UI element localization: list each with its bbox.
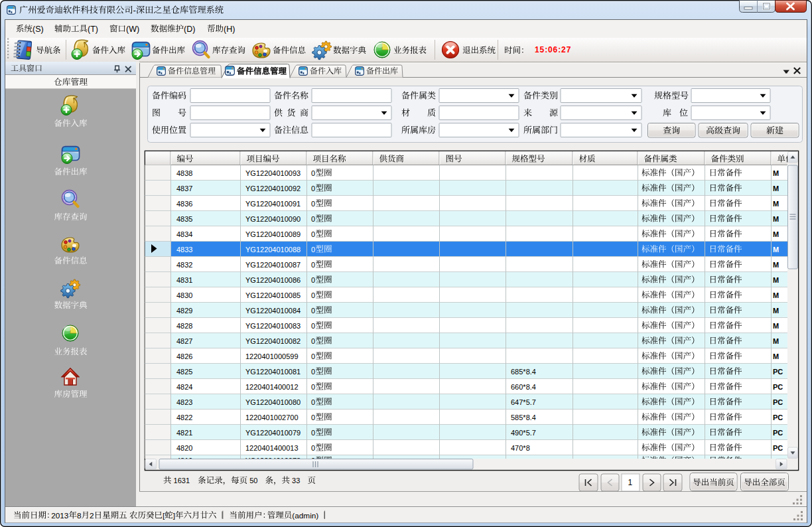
svg-text:2013: 2013 xyxy=(51,511,69,520)
svg-text:PC: PC xyxy=(773,414,783,421)
svg-text:15:06:27: 15:06:27 xyxy=(535,45,571,54)
svg-text:585*8.4: 585*8.4 xyxy=(511,414,536,421)
svg-text:PC: PC xyxy=(773,398,783,406)
svg-text:M: M xyxy=(773,322,779,330)
svg-text:YG12204010085: YG12204010085 xyxy=(245,291,301,299)
svg-text:647*5.7: 647*5.7 xyxy=(511,398,536,406)
svg-text:8: 8 xyxy=(77,511,82,520)
svg-text:4826: 4826 xyxy=(176,352,192,360)
svg-text:(admin): (admin) xyxy=(292,511,320,520)
svg-text:YG12204010089: YG12204010089 xyxy=(245,230,301,238)
svg-text:2: 2 xyxy=(90,511,94,520)
svg-text:YG12204010093: YG12204010093 xyxy=(245,169,301,177)
svg-text:YG12204010081: YG12204010081 xyxy=(245,368,301,376)
svg-text:4823: 4823 xyxy=(176,398,192,406)
svg-text:490*5.7: 490*5.7 xyxy=(511,429,536,437)
svg-text:4822: 4822 xyxy=(176,414,192,421)
svg-text:4827: 4827 xyxy=(176,337,192,345)
svg-text:4838: 4838 xyxy=(176,169,192,177)
svg-text:]: ] xyxy=(173,511,175,520)
svg-text:470*8: 470*8 xyxy=(511,444,530,452)
svg-text:1220401400013: 1220401400013 xyxy=(245,444,299,452)
svg-text:YG12204010082: YG12204010082 xyxy=(245,337,301,345)
svg-text:4824: 4824 xyxy=(176,383,192,391)
svg-text:YG12204010087: YG12204010087 xyxy=(245,261,301,269)
svg-text:50: 50 xyxy=(247,477,259,485)
svg-text:M: M xyxy=(773,185,779,192)
svg-text:4837: 4837 xyxy=(176,185,192,192)
svg-text:4829: 4829 xyxy=(176,307,192,315)
svg-text:M: M xyxy=(773,337,779,345)
svg-text:M: M xyxy=(773,215,779,223)
svg-text:(T): (T) xyxy=(88,25,98,34)
svg-text:4834: 4834 xyxy=(176,230,192,238)
svg-text:YG12204010088: YG12204010088 xyxy=(245,246,301,254)
svg-text:4828: 4828 xyxy=(176,322,192,330)
svg-text:4836: 4836 xyxy=(176,200,192,208)
svg-text:M: M xyxy=(773,261,779,269)
svg-text:33: 33 xyxy=(290,477,302,485)
svg-text:1220401000599: 1220401000599 xyxy=(245,352,299,360)
svg-text:YG12204010080: YG12204010080 xyxy=(245,398,301,406)
svg-text:YG12204010083: YG12204010083 xyxy=(245,322,301,330)
svg-text:M: M xyxy=(773,200,779,208)
svg-text:660*8.4: 660*8.4 xyxy=(511,383,536,391)
svg-text:M: M xyxy=(773,230,779,238)
svg-text:M: M xyxy=(773,291,779,299)
svg-text:(H): (H) xyxy=(224,25,235,34)
svg-text:M: M xyxy=(773,246,779,254)
svg-text:1220401002700: 1220401002700 xyxy=(245,414,299,421)
svg-text:YG12204010092: YG12204010092 xyxy=(245,185,301,192)
svg-text:(D): (D) xyxy=(184,25,195,34)
svg-text:1631: 1631 xyxy=(172,477,192,485)
svg-text:4835: 4835 xyxy=(176,215,192,223)
svg-text:PC: PC xyxy=(773,429,783,437)
svg-text:YG12204010086: YG12204010086 xyxy=(245,276,301,284)
svg-text:YG12204010090: YG12204010090 xyxy=(245,215,301,223)
svg-text:1220401400012: 1220401400012 xyxy=(245,383,299,391)
svg-text:-: - xyxy=(133,5,136,15)
svg-text:4825: 4825 xyxy=(176,368,192,376)
svg-text:PC: PC xyxy=(773,383,783,391)
svg-text:4820: 4820 xyxy=(176,444,192,452)
svg-text:4832: 4832 xyxy=(176,261,192,269)
svg-text:M: M xyxy=(773,169,779,177)
svg-text:YG12204010091: YG12204010091 xyxy=(245,200,301,208)
svg-text:M: M xyxy=(773,276,779,284)
svg-text:4830: 4830 xyxy=(176,291,192,299)
svg-text:4833: 4833 xyxy=(176,246,192,254)
svg-text:685*8.4: 685*8.4 xyxy=(511,368,536,376)
svg-text:M: M xyxy=(773,307,779,315)
svg-text:YG12204010084: YG12204010084 xyxy=(245,307,301,315)
svg-text:YG12204010079: YG12204010079 xyxy=(245,429,301,437)
svg-text:1: 1 xyxy=(628,478,632,487)
svg-text:PC: PC xyxy=(773,444,783,452)
svg-text:4831: 4831 xyxy=(176,276,192,284)
svg-text:(W): (W) xyxy=(126,25,139,34)
svg-text:PC: PC xyxy=(773,368,783,376)
svg-text:(S): (S) xyxy=(33,25,44,34)
svg-text:4821: 4821 xyxy=(176,429,192,437)
svg-text:M: M xyxy=(773,352,779,360)
